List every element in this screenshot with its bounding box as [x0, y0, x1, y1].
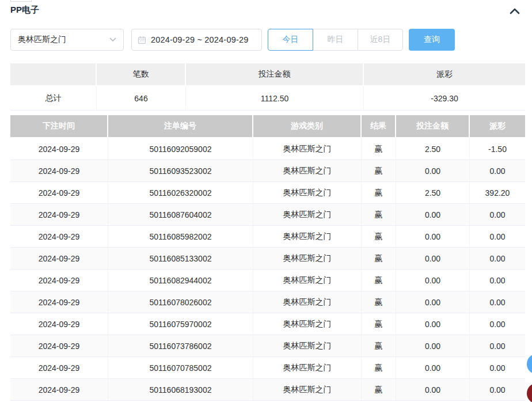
records-header-game-category: 游戏类别 [253, 115, 362, 137]
cell-bet-time: 2024-09-29 [10, 313, 108, 335]
cell-result: 赢 [362, 182, 396, 203]
cell-game-category: 奥林匹斯之门 [253, 182, 362, 203]
floating-service-button-blue[interactable] [527, 354, 532, 374]
summary-total-row: 总计 646 1112.50 -329.30 [10, 86, 525, 111]
table-row: 2024-09-29 50116068193002 奥林匹斯之门 赢 0.00 … [10, 379, 525, 401]
cell-bet-time: 2024-09-29 [10, 248, 108, 269]
records-panel: PP电子 奥林匹斯之门 [0, 0, 532, 402]
records-header-result: 结果 [362, 115, 396, 137]
cell-order-no: 50116082944002 [108, 270, 253, 291]
cell-bet-amount: 0.00 [396, 204, 470, 225]
cell-result: 赢 [362, 313, 396, 335]
cell-bet-amount: 2.50 [396, 138, 470, 160]
records-header-bet-time: 下注时间 [10, 115, 108, 137]
cell-bet-time: 2024-09-29 [10, 291, 108, 313]
table-row: 2024-09-29 50116093523002 奥林匹斯之门 赢 0.00 … [10, 160, 525, 182]
page-title: PP电子 [10, 5, 39, 16]
filter-bar: 奥林匹斯之门 2024-09-29 ~ 2024-09-29 [10, 29, 455, 51]
table-row: 2024-09-29 50116026320002 奥林匹斯之门 赢 2.50 … [10, 182, 525, 204]
cell-bet-amount: 0.00 [396, 160, 470, 181]
cell-game-category: 奥林匹斯之门 [253, 248, 362, 269]
game-select[interactable]: 奥林匹斯之门 [10, 29, 124, 51]
table-row: 2024-09-29 50116073786002 奥林匹斯之门 赢 0.00 … [10, 335, 525, 357]
table-row: 2024-09-29 50116075970002 奥林匹斯之门 赢 0.00 … [10, 313, 525, 335]
query-button[interactable]: 查询 [409, 29, 455, 51]
cell-game-category: 奥林匹斯之门 [253, 335, 362, 357]
cell-game-category: 奥林匹斯之门 [253, 270, 362, 291]
cell-bet-time: 2024-09-29 [10, 226, 108, 247]
floating-service-button-red[interactable] [527, 383, 532, 402]
summary-header-count: 笔数 [97, 63, 186, 85]
cell-result: 赢 [362, 270, 396, 291]
cell-order-no: 50116026320002 [108, 182, 253, 203]
cell-game-category: 奥林匹斯之门 [253, 379, 362, 400]
summary-total-label: 总计 [10, 86, 97, 110]
chevron-up-icon [509, 7, 520, 15]
cell-bet-time: 2024-09-29 [10, 379, 108, 400]
records-header-order-no: 注单编号 [108, 115, 253, 137]
last-8-days-button[interactable]: 近8日 [358, 29, 403, 51]
table-row: 2024-09-29 50116087604002 奥林匹斯之门 赢 0.00 … [10, 204, 525, 226]
cell-payout: 392.20 [470, 182, 525, 203]
table-row: 2024-09-29 50116070785002 奥林匹斯之门 赢 0.00 … [10, 357, 525, 379]
cell-order-no: 50116087604002 [108, 204, 253, 225]
cell-payout: -1.50 [470, 138, 525, 160]
cell-payout: 0.00 [470, 204, 525, 225]
cell-payout: 0.00 [470, 248, 525, 269]
cell-result: 赢 [362, 357, 396, 378]
cell-order-no: 50116092059002 [108, 138, 253, 160]
cell-bet-amount: 0.00 [396, 248, 470, 269]
cell-bet-time: 2024-09-29 [10, 160, 108, 181]
cell-payout: 0.00 [470, 160, 525, 181]
cell-game-category: 奥林匹斯之门 [253, 313, 362, 335]
records-header-bet-amount: 投注金额 [396, 115, 470, 137]
cell-result: 赢 [362, 248, 396, 269]
cell-payout: 0.00 [470, 379, 525, 400]
cell-bet-time: 2024-09-29 [10, 335, 108, 357]
records-header-payout: 派彩 [470, 115, 525, 137]
table-row: 2024-09-29 50116078026002 奥林匹斯之门 赢 0.00 … [10, 291, 525, 313]
cell-bet-time: 2024-09-29 [10, 138, 108, 160]
collapse-panel-button[interactable] [508, 5, 522, 17]
date-range-value: 2024-09-29 ~ 2024-09-29 [151, 35, 248, 44]
table-row: 2024-09-29 50116085982002 奥林匹斯之门 赢 0.00 … [10, 226, 525, 248]
calendar-icon [138, 36, 146, 44]
records-table-body: 2024-09-29 50116092059002 奥林匹斯之门 赢 2.50 … [10, 138, 525, 401]
cell-order-no: 50116070785002 [108, 357, 253, 378]
cell-result: 赢 [362, 335, 396, 357]
cell-bet-amount: 0.00 [396, 291, 470, 313]
cell-order-no: 50116075970002 [108, 313, 253, 335]
date-range-input[interactable]: 2024-09-29 ~ 2024-09-29 [131, 29, 262, 51]
cell-order-no: 50116073786002 [108, 335, 253, 357]
cell-result: 赢 [362, 138, 396, 160]
cell-bet-amount: 0.00 [396, 379, 470, 400]
cutoff-element-sliver [10, 0, 32, 2]
cell-bet-amount: 0.00 [396, 335, 470, 357]
summary-header-blank [10, 63, 97, 85]
cell-order-no: 50116085133002 [108, 248, 253, 269]
cell-bet-amount: 0.00 [396, 270, 470, 291]
records-table-header: 下注时间 注单编号 游戏类别 结果 投注金额 派彩 [10, 115, 525, 137]
cell-payout: 0.00 [470, 313, 525, 335]
cell-game-category: 奥林匹斯之门 [253, 226, 362, 247]
cell-payout: 0.00 [470, 226, 525, 247]
cell-bet-time: 2024-09-29 [10, 182, 108, 203]
cell-game-category: 奥林匹斯之门 [253, 204, 362, 225]
yesterday-button[interactable]: 昨日 [313, 29, 358, 51]
summary-header-bet-amount: 投注金额 [186, 63, 364, 85]
cell-result: 赢 [362, 291, 396, 313]
cell-order-no: 50116068193002 [108, 379, 253, 400]
table-row: 2024-09-29 50116092059002 奥林匹斯之门 赢 2.50 … [10, 138, 525, 160]
table-row: 2024-09-29 50116085133002 奥林匹斯之门 赢 0.00 … [10, 248, 525, 270]
cell-game-category: 奥林匹斯之门 [253, 291, 362, 313]
table-row: 2024-09-29 50116082944002 奥林匹斯之门 赢 0.00 … [10, 270, 525, 291]
cell-game-category: 奥林匹斯之门 [253, 138, 362, 160]
summary-header-payout: 派彩 [364, 63, 525, 85]
today-button[interactable]: 今日 [268, 29, 313, 51]
cell-result: 赢 [362, 204, 396, 225]
summary-table-header: 笔数 投注金额 派彩 [10, 63, 525, 85]
records-table: 下注时间 注单编号 游戏类别 结果 投注金额 派彩 2024-09-29 501… [10, 115, 525, 401]
cell-payout: 0.00 [470, 357, 525, 378]
cell-bet-amount: 0.00 [396, 313, 470, 335]
cell-bet-time: 2024-09-29 [10, 357, 108, 378]
